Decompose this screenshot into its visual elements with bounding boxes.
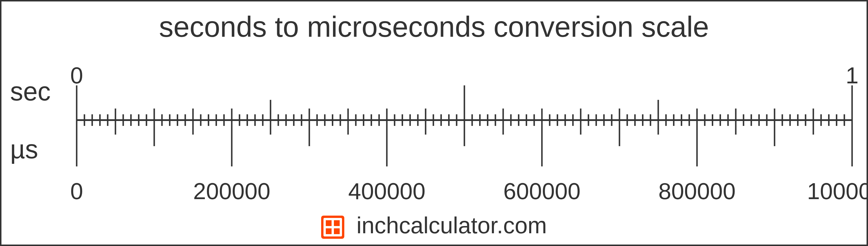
- scale-ruler: [1, 1, 868, 246]
- footer-text: inchcalculator.com: [356, 212, 547, 238]
- top-tick-label: 1: [846, 62, 859, 89]
- top-tick-label: 0: [70, 62, 83, 89]
- bottom-tick-label: 0: [70, 178, 83, 205]
- bottom-tick-label: 800000: [658, 178, 736, 205]
- calculator-icon: [321, 216, 344, 239]
- bottom-tick-label: 1000000: [807, 178, 868, 205]
- conversion-scale-card: seconds to microseconds conversion scale…: [0, 0, 868, 246]
- footer: inchcalculator.com: [1, 212, 867, 239]
- bottom-tick-label: 400000: [348, 178, 426, 205]
- bottom-tick-label: 600000: [503, 178, 581, 205]
- bottom-tick-label: 200000: [193, 178, 271, 205]
